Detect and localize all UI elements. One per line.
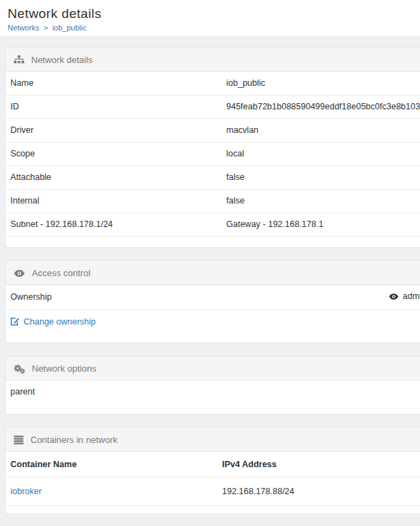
row-value: local bbox=[221, 143, 420, 166]
container-name-cell: iobroker bbox=[6, 478, 217, 506]
breadcrumb-current: iob_public bbox=[52, 24, 86, 32]
table-row: Driver macvlan bbox=[6, 119, 420, 143]
table-row: Name iob_public bbox=[6, 72, 420, 96]
container-ipv4-cell: 192.168.178.88/24 bbox=[217, 478, 420, 506]
table-row: ID 945feab72b1b088590499eddf18e05bc0fc3e… bbox=[6, 96, 420, 119]
table-row: Internal false bbox=[6, 190, 420, 213]
card-header-title: Access control bbox=[32, 268, 91, 278]
table-row: Subnet - 192.168.178.1/24 Gateway - 192.… bbox=[6, 213, 420, 237]
breadcrumb: Networks > iob_public bbox=[8, 24, 420, 32]
access-control-card: Access control Ownership bbox=[5, 260, 420, 343]
containers-table: Container Name IPv4 Address IPv6 Address… bbox=[6, 452, 420, 506]
access-control-table: Ownership administrat bbox=[6, 285, 420, 335]
card-header-title: Network details bbox=[31, 55, 93, 65]
row-value: iob_public bbox=[221, 72, 420, 96]
network-details-card-header: Network details bbox=[6, 48, 420, 72]
card-padding bbox=[6, 237, 420, 247]
row-value: Gateway - 192.168.178.1 bbox=[221, 213, 420, 237]
eye-icon bbox=[14, 269, 25, 278]
row-label: parent bbox=[6, 381, 420, 403]
network-options-card-header: Network options bbox=[6, 356, 420, 381]
row-value: false bbox=[221, 190, 420, 213]
content-area: Network details Name iob_public ID 945fe… bbox=[0, 36, 420, 514]
row-label: Attachable bbox=[6, 166, 221, 190]
eye-icon bbox=[389, 293, 399, 300]
container-link-iobroker[interactable]: iobroker bbox=[10, 487, 42, 496]
table-row: Attachable false bbox=[6, 166, 420, 190]
row-value: macvlan bbox=[221, 119, 420, 143]
card-padding bbox=[6, 506, 420, 514]
row-label: Subnet - 192.168.178.1/24 bbox=[6, 213, 221, 237]
row-label: Internal bbox=[6, 190, 221, 213]
row-label: Name bbox=[6, 72, 221, 96]
breadcrumb-link-networks[interactable]: Networks bbox=[8, 24, 39, 32]
row-value: 945feab72b1b088590499eddf18e05bc0fc3e8b1… bbox=[221, 96, 420, 119]
ownership-row: Ownership administrat bbox=[6, 285, 420, 309]
network-options-card: Network options parent bbox=[5, 356, 420, 415]
card-header-title: Network options bbox=[32, 363, 96, 374]
card-padding bbox=[6, 335, 420, 343]
card-padding bbox=[6, 403, 420, 414]
row-label: Ownership bbox=[6, 285, 383, 309]
network-details-table: Name iob_public ID 945feab72b1b088590499… bbox=[6, 72, 420, 237]
change-ownership-link[interactable]: Change ownership bbox=[10, 317, 95, 327]
cogs-icon bbox=[14, 364, 25, 374]
containers-table-header-row: Container Name IPv4 Address IPv6 Address bbox=[6, 452, 420, 478]
edit-icon bbox=[10, 317, 19, 326]
ownership-value: administrators bbox=[403, 291, 420, 301]
breadcrumb-separator: > bbox=[44, 24, 48, 32]
page-header-band: Network details Networks > iob_public bbox=[0, 0, 420, 36]
table-row: Scope local bbox=[6, 143, 420, 166]
page-title: Network details bbox=[8, 6, 420, 21]
row-label: Driver bbox=[6, 119, 221, 143]
row-label: Scope bbox=[6, 143, 221, 166]
container-row: iobroker 192.168.178.88/24 - bbox=[6, 478, 420, 506]
table-row: parent bbox=[6, 381, 420, 403]
network-details-card: Network details Name iob_public ID 945fe… bbox=[5, 47, 420, 248]
row-value: administrators bbox=[383, 285, 420, 309]
server-icon bbox=[14, 435, 24, 444]
access-control-card-header: Access control bbox=[6, 261, 420, 285]
column-header-container-name: Container Name bbox=[6, 452, 217, 478]
change-ownership-row: Change ownership bbox=[6, 309, 420, 335]
row-label: ID bbox=[6, 96, 221, 119]
page: Network details Networks > iob_public bbox=[0, 0, 420, 526]
sitemap-icon bbox=[14, 55, 24, 64]
column-header-ipv4: IPv4 Address bbox=[217, 452, 420, 478]
row-value: false bbox=[221, 166, 420, 190]
card-header-title: Containers in network bbox=[30, 435, 118, 445]
containers-card-header: Containers in network bbox=[6, 428, 420, 452]
network-options-table: parent bbox=[6, 381, 420, 403]
containers-card: Containers in network Container Name IPv… bbox=[5, 427, 420, 514]
